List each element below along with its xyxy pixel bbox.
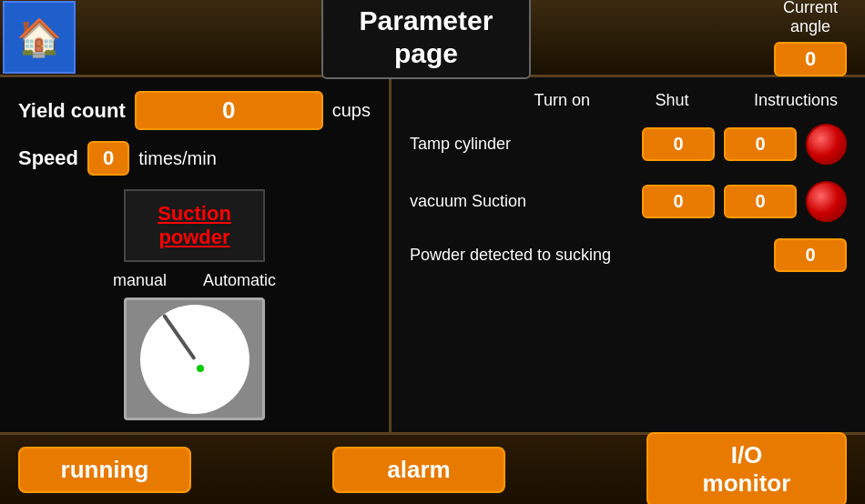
powder-detected-label: Powder detected to sucking xyxy=(410,246,765,265)
current-angle-label: Currentangle xyxy=(783,0,838,36)
tamp-turn-on-value[interactable]: 0 xyxy=(642,127,715,161)
current-angle-value[interactable]: 0 xyxy=(774,42,847,76)
vacuum-shut-value[interactable]: 0 xyxy=(724,185,797,218)
col-turn-on-header: Turn on xyxy=(534,91,590,110)
automatic-label: Automatic xyxy=(203,271,276,290)
times-label: times/min xyxy=(138,148,217,169)
tamp-indicator[interactable] xyxy=(806,124,847,165)
dial-container xyxy=(18,297,371,420)
left-panel: Yield count 0 cups Speed 0 times/min Suc… xyxy=(0,77,392,432)
vacuum-turn-on-value[interactable]: 0 xyxy=(642,185,715,218)
speed-label: Speed xyxy=(18,146,78,170)
vacuum-suction-row: vacuum Suction 0 0 xyxy=(410,181,847,222)
page-title-box: Parameterpage xyxy=(321,0,532,79)
dial-inner xyxy=(140,305,249,414)
mode-row: manual Automatic xyxy=(18,271,371,290)
dial-box xyxy=(124,297,265,420)
suction-powder-box[interactable]: Suctionpowder xyxy=(124,189,265,262)
top-bar: 🏠 Parameterpage Currentangle 0 xyxy=(0,0,865,77)
right-panel-header: Turn on Shut Instructions xyxy=(410,91,847,110)
col-shut-header: Shut xyxy=(645,91,699,110)
vacuum-suction-label: vacuum Suction xyxy=(410,192,633,211)
yield-count-label: Yield count xyxy=(18,99,126,123)
io-monitor-button[interactable]: I/Omonitor xyxy=(646,432,847,504)
tamp-shut-value[interactable]: 0 xyxy=(724,127,797,161)
yield-count-row: Yield count 0 cups xyxy=(18,91,371,130)
tamp-cylinder-label: Tamp cylinder xyxy=(410,135,633,154)
main-content: Yield count 0 cups Speed 0 times/min Suc… xyxy=(0,77,865,432)
current-angle-area: Currentangle 0 xyxy=(774,0,847,76)
page-title: Parameterpage xyxy=(360,5,494,70)
speed-input[interactable]: 0 xyxy=(87,141,129,176)
page-title-area: Parameterpage xyxy=(78,0,774,79)
powder-detected-value[interactable]: 0 xyxy=(774,238,847,272)
manual-label: manual xyxy=(113,271,167,290)
tamp-cylinder-row: Tamp cylinder 0 0 xyxy=(410,124,847,165)
home-icon: 🏠 xyxy=(16,19,62,55)
dial-needle xyxy=(161,313,196,359)
home-button[interactable]: 🏠 xyxy=(3,1,76,74)
speed-row: Speed 0 times/min xyxy=(18,141,371,176)
yield-count-input[interactable]: 0 xyxy=(135,91,323,130)
suction-powder-text: Suctionpowder xyxy=(158,202,231,249)
alarm-button[interactable]: alarm xyxy=(332,447,505,493)
vacuum-indicator[interactable] xyxy=(806,181,847,222)
dial-dot xyxy=(197,365,204,372)
running-button[interactable]: running xyxy=(18,447,191,493)
bottom-bar: running alarm I/Omonitor xyxy=(0,432,865,504)
right-panel: Turn on Shut Instructions Tamp cylinder … xyxy=(392,77,865,432)
cups-label: cups xyxy=(332,100,371,121)
col-instructions-header: Instructions xyxy=(754,91,838,110)
powder-detected-row: Powder detected to sucking 0 xyxy=(410,238,847,272)
